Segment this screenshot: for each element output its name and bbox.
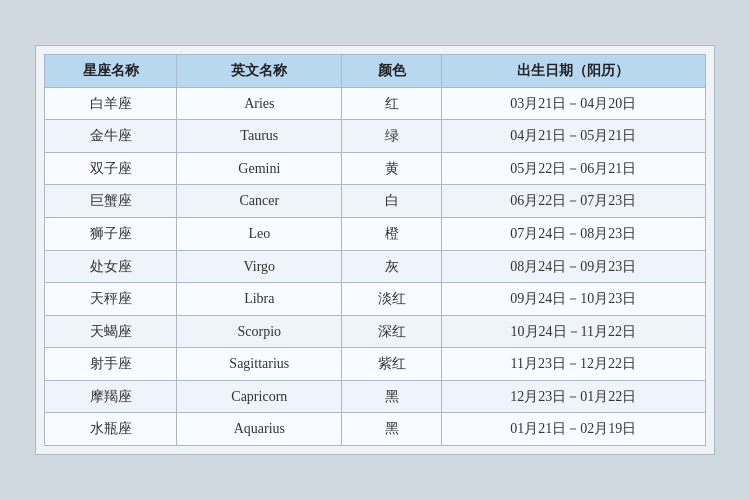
cell-date: 06月22日－07月23日 xyxy=(441,185,705,218)
cell-english: Aquarius xyxy=(177,413,342,446)
cell-color: 深红 xyxy=(342,315,441,348)
table-row: 水瓶座Aquarius黑01月21日－02月19日 xyxy=(45,413,706,446)
cell-english: Capricorn xyxy=(177,380,342,413)
cell-date: 09月24日－10月23日 xyxy=(441,283,705,316)
cell-date: 08月24日－09月23日 xyxy=(441,250,705,283)
cell-english: Aries xyxy=(177,87,342,120)
table-row: 双子座Gemini黄05月22日－06月21日 xyxy=(45,152,706,185)
cell-chinese: 巨蟹座 xyxy=(45,185,177,218)
cell-chinese: 金牛座 xyxy=(45,120,177,153)
header-color: 颜色 xyxy=(342,54,441,87)
zodiac-table-container: 星座名称 英文名称 颜色 出生日期（阳历） 白羊座Aries红03月21日－04… xyxy=(35,45,715,455)
cell-english: Leo xyxy=(177,217,342,250)
cell-chinese: 双子座 xyxy=(45,152,177,185)
cell-chinese: 狮子座 xyxy=(45,217,177,250)
cell-chinese: 处女座 xyxy=(45,250,177,283)
table-row: 天秤座Libra淡红09月24日－10月23日 xyxy=(45,283,706,316)
cell-english: Sagittarius xyxy=(177,348,342,381)
cell-color: 红 xyxy=(342,87,441,120)
cell-date: 03月21日－04月20日 xyxy=(441,87,705,120)
cell-date: 12月23日－01月22日 xyxy=(441,380,705,413)
table-row: 白羊座Aries红03月21日－04月20日 xyxy=(45,87,706,120)
cell-date: 01月21日－02月19日 xyxy=(441,413,705,446)
cell-english: Libra xyxy=(177,283,342,316)
cell-chinese: 天蝎座 xyxy=(45,315,177,348)
zodiac-table: 星座名称 英文名称 颜色 出生日期（阳历） 白羊座Aries红03月21日－04… xyxy=(44,54,706,446)
table-row: 射手座Sagittarius紫红11月23日－12月22日 xyxy=(45,348,706,381)
table-row: 金牛座Taurus绿04月21日－05月21日 xyxy=(45,120,706,153)
cell-english: Cancer xyxy=(177,185,342,218)
table-row: 巨蟹座Cancer白06月22日－07月23日 xyxy=(45,185,706,218)
cell-color: 淡红 xyxy=(342,283,441,316)
table-row: 天蝎座Scorpio深红10月24日－11月22日 xyxy=(45,315,706,348)
cell-chinese: 白羊座 xyxy=(45,87,177,120)
cell-date: 04月21日－05月21日 xyxy=(441,120,705,153)
cell-color: 黄 xyxy=(342,152,441,185)
cell-english: Scorpio xyxy=(177,315,342,348)
cell-color: 灰 xyxy=(342,250,441,283)
table-row: 狮子座Leo橙07月24日－08月23日 xyxy=(45,217,706,250)
cell-english: Gemini xyxy=(177,152,342,185)
cell-english: Virgo xyxy=(177,250,342,283)
cell-english: Taurus xyxy=(177,120,342,153)
table-row: 处女座Virgo灰08月24日－09月23日 xyxy=(45,250,706,283)
cell-color: 黑 xyxy=(342,380,441,413)
cell-date: 10月24日－11月22日 xyxy=(441,315,705,348)
cell-chinese: 天秤座 xyxy=(45,283,177,316)
cell-color: 橙 xyxy=(342,217,441,250)
cell-color: 紫红 xyxy=(342,348,441,381)
cell-color: 白 xyxy=(342,185,441,218)
cell-color: 绿 xyxy=(342,120,441,153)
cell-chinese: 水瓶座 xyxy=(45,413,177,446)
header-chinese: 星座名称 xyxy=(45,54,177,87)
cell-date: 07月24日－08月23日 xyxy=(441,217,705,250)
cell-date: 05月22日－06月21日 xyxy=(441,152,705,185)
table-header-row: 星座名称 英文名称 颜色 出生日期（阳历） xyxy=(45,54,706,87)
header-english: 英文名称 xyxy=(177,54,342,87)
cell-chinese: 射手座 xyxy=(45,348,177,381)
cell-color: 黑 xyxy=(342,413,441,446)
cell-chinese: 摩羯座 xyxy=(45,380,177,413)
table-row: 摩羯座Capricorn黑12月23日－01月22日 xyxy=(45,380,706,413)
header-date: 出生日期（阳历） xyxy=(441,54,705,87)
cell-date: 11月23日－12月22日 xyxy=(441,348,705,381)
